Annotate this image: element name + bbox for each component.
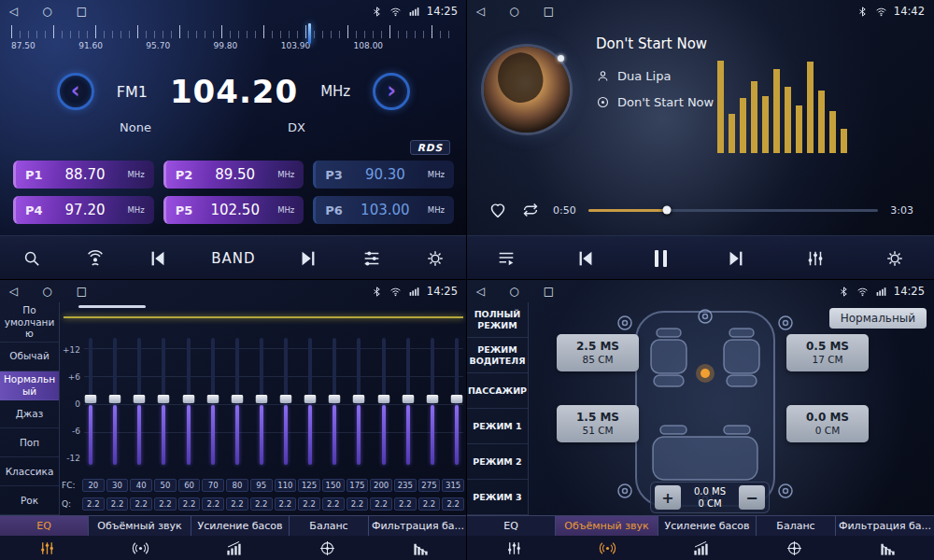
tab-eq[interactable]: EQ (467, 516, 556, 536)
eq-preset-jazz[interactable]: Джаз (0, 400, 59, 429)
preset-button-4[interactable]: P4 97.20 MHz (13, 196, 154, 224)
eq-band-slider[interactable] (133, 338, 146, 465)
eq-band-slider[interactable] (108, 338, 121, 465)
eq-band-slider[interactable] (304, 338, 317, 465)
eq-band-slider[interactable] (231, 338, 244, 465)
eq-preset-normal[interactable]: Нормальный (0, 371, 59, 400)
mode-1[interactable]: РЕЖИМ 1 (467, 409, 528, 444)
playlist-button[interactable] (496, 248, 517, 269)
eq-band-slider[interactable] (352, 338, 365, 465)
front-left-delay-button[interactable]: 2.5 MS 85 CM (557, 334, 639, 371)
rear-right-delay-button[interactable]: 0.0 MS 0 CM (786, 405, 869, 442)
tab-balance[interactable]: Баланс (290, 516, 369, 536)
scan-button[interactable] (21, 248, 42, 269)
tab-balance[interactable]: Баланс (757, 516, 836, 536)
pause-button[interactable] (655, 250, 667, 267)
listening-position-dot[interactable] (700, 369, 710, 378)
stations-button[interactable] (85, 248, 106, 269)
decrease-delay-button[interactable]: − (739, 485, 765, 510)
prev-track-button[interactable] (575, 248, 596, 269)
surround-tab-icon[interactable] (560, 539, 654, 557)
mode-3[interactable]: РЕЖИМ 3 (467, 480, 528, 515)
preset-button-6[interactable]: P6 103.00 MHz (313, 196, 454, 224)
scale-tick-label: 108.00 (354, 41, 384, 50)
band-button[interactable]: BAND (211, 250, 255, 267)
eq-band-slider[interactable] (450, 338, 463, 465)
mode-2[interactable]: РЕЖИМ 2 (467, 444, 528, 480)
nav-home-button[interactable]: ○ (509, 5, 518, 18)
nav-recents-button[interactable]: □ (77, 285, 87, 298)
nav-home-button[interactable]: ○ (42, 285, 51, 298)
nav-back-button[interactable]: ◁ (9, 5, 18, 18)
preset-unit: MHz (127, 205, 144, 215)
seek-bar[interactable] (588, 209, 879, 212)
nav-buttons: ◁ ○ □ (9, 5, 87, 18)
preset-button-2[interactable]: P2 89.50 MHz (163, 161, 304, 189)
tab-surround[interactable]: Объёмный звук (556, 516, 658, 536)
tab-eq[interactable]: EQ (0, 516, 89, 536)
eq-preset-custom[interactable]: Обычай (0, 343, 59, 371)
preset-button-3[interactable]: P3 90.30 MHz (313, 161, 454, 189)
mode-driver[interactable]: РЕЖИМ ВОДИТЕЛЯ (467, 338, 528, 373)
next-track-button[interactable] (726, 248, 746, 269)
mode-full[interactable]: ПОЛНЫЙ РЕЖИМ (467, 302, 528, 338)
nav-recents-button[interactable]: □ (544, 5, 554, 18)
nav-back-button[interactable]: ◁ (476, 285, 485, 298)
audio-settings-button[interactable] (361, 248, 382, 269)
rear-left-delay-button[interactable]: 1.5 MS 51 CM (557, 405, 639, 442)
preset-button-1[interactable]: P1 88.70 MHz (13, 161, 154, 189)
bass-tab-icon[interactable] (187, 539, 280, 557)
balance-tab-icon[interactable] (280, 539, 374, 557)
tune-up-button[interactable]: › (373, 73, 410, 110)
balance-tab-icon[interactable] (747, 539, 841, 557)
eq-band-slider[interactable] (84, 338, 97, 465)
tab-filter[interactable]: Фильтрация ба... (836, 516, 934, 536)
eq-tab-icon[interactable] (467, 539, 560, 557)
eq-preset-rock[interactable]: Рок (0, 486, 59, 515)
eq-band-slider[interactable] (328, 338, 341, 465)
settings-button[interactable] (425, 248, 446, 269)
favorite-button[interactable] (488, 200, 508, 220)
bass-tab-icon[interactable] (654, 539, 747, 557)
nav-back-button[interactable]: ◁ (476, 5, 485, 18)
tab-bass-boost[interactable]: Усиление басов (191, 516, 290, 536)
tab-bass-boost[interactable]: Усиление басов (658, 516, 757, 536)
eq-tab-icon[interactable] (0, 539, 93, 557)
front-right-delay-button[interactable]: 0.5 MS 17 CM (786, 334, 869, 371)
prev-station-button[interactable] (148, 248, 168, 269)
eq-band-slider[interactable] (157, 338, 170, 465)
tab-filter[interactable]: Фильтрация ба... (369, 516, 467, 536)
status-bar: ◁ ○ □ 14:25 (467, 280, 934, 302)
seek-knob[interactable] (662, 206, 671, 215)
tune-down-button[interactable]: ‹ (57, 73, 94, 110)
equalizer-button[interactable] (805, 248, 826, 269)
nav-recents-button[interactable]: □ (77, 5, 87, 18)
surround-tab-icon[interactable] (93, 539, 187, 557)
eq-band-slider[interactable] (206, 338, 219, 465)
nav-recents-button[interactable]: □ (544, 285, 554, 298)
eq-preset-classic[interactable]: Классика (0, 457, 59, 486)
nav-home-button[interactable]: ○ (509, 285, 518, 298)
nav-back-button[interactable]: ◁ (9, 285, 18, 298)
eq-band-slider[interactable] (377, 338, 390, 465)
profile-button[interactable]: Нормальный (829, 308, 927, 329)
progress-fill (588, 209, 667, 212)
increase-delay-button[interactable]: + (655, 485, 681, 510)
eq-band-slider[interactable] (279, 338, 292, 465)
eq-band-slider[interactable] (182, 338, 195, 465)
eq-band-slider[interactable] (426, 338, 439, 465)
fc-value: 60 (178, 479, 201, 492)
repeat-button[interactable] (520, 200, 541, 220)
nav-home-button[interactable]: ○ (42, 5, 51, 18)
tab-surround[interactable]: Объёмный звук (89, 516, 191, 536)
settings-button[interactable] (884, 248, 905, 269)
filter-tab-icon[interactable] (374, 539, 467, 557)
filter-tab-icon[interactable] (841, 539, 934, 557)
eq-preset-pop[interactable]: Поп (0, 428, 59, 457)
eq-preset-default[interactable]: По умолчанию (0, 302, 59, 343)
eq-band-slider[interactable] (402, 338, 415, 465)
preset-button-5[interactable]: P5 102.50 MHz (163, 196, 304, 224)
next-station-button[interactable] (298, 248, 318, 269)
mode-passenger[interactable]: ПАССАЖИР (467, 373, 528, 409)
eq-band-slider[interactable] (255, 338, 268, 465)
